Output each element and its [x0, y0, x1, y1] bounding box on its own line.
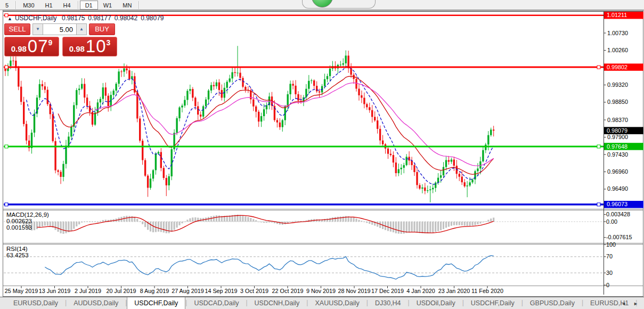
candle-body — [292, 84, 294, 85]
candle-body — [297, 94, 299, 101]
macd-histogram-bar — [295, 221, 296, 222]
date-label: 20 Jul 2019 — [107, 288, 136, 294]
candle-body — [205, 100, 207, 107]
macd-histogram-bar — [461, 222, 463, 225]
candle-body — [395, 162, 397, 173]
hline-handle-left[interactable] — [5, 203, 8, 206]
sell-price-big: 07 — [28, 38, 48, 54]
macd-histogram-bar — [371, 222, 373, 225]
macd-histogram-bar — [350, 217, 352, 222]
candle-body — [34, 113, 35, 133]
macd-histogram-bar — [471, 222, 473, 226]
candle-body — [10, 61, 11, 66]
toggle-pill[interactable] — [302, 0, 376, 9]
candle-body — [459, 174, 460, 176]
buy-price-box[interactable]: 0.98 10 3 — [62, 37, 117, 56]
candle-body — [120, 71, 122, 72]
macd-histogram-bar — [361, 221, 362, 222]
candle-body — [60, 172, 61, 177]
candle-body — [466, 185, 468, 186]
candle-body — [379, 129, 381, 141]
date-label: 13 Jun 2019 — [39, 288, 70, 294]
chart-tab-AUDUSD-Daily[interactable]: AUDUSD,Daily — [67, 297, 125, 309]
chart-tab-USDOil-Daily[interactable]: USDOil,Daily — [410, 297, 462, 309]
candle-body — [311, 80, 312, 81]
macd-histogram-bar — [477, 222, 478, 224]
candle-body — [295, 86, 296, 94]
macd-histogram-bar — [152, 222, 154, 232]
macd-histogram-bar — [448, 222, 450, 227]
candle-body — [226, 82, 228, 88]
toolbar-divider — [78, 1, 78, 9]
candle-body — [393, 155, 394, 162]
volume-decrease-icon[interactable]: ▼ — [32, 23, 43, 35]
macd-histogram-bar — [451, 222, 452, 226]
candle-body — [487, 135, 489, 145]
timeframe-button-W1[interactable]: W1 — [98, 1, 118, 10]
candle-body — [390, 154, 392, 155]
candle-body — [329, 69, 331, 76]
candle-body — [42, 84, 43, 86]
sell-button[interactable]: SELL — [4, 23, 30, 35]
candle-body — [485, 144, 486, 150]
macd-histogram-bar — [327, 218, 328, 222]
macd-histogram-bar — [258, 222, 259, 222]
timeframe-button-H1[interactable]: H1 — [40, 1, 58, 10]
macd-histogram-bar — [73, 222, 75, 229]
sell-price-box[interactable]: 0.98 07 9 — [4, 37, 59, 56]
candle-body — [160, 152, 162, 168]
macd-histogram-bar — [377, 222, 378, 227]
macd-histogram-bar — [255, 220, 257, 222]
chart-tab-XAUUSD-Daily[interactable]: XAUUSD,Daily — [308, 297, 366, 309]
chart-tab-USDCNH-Daily[interactable]: USDCNH,Daily — [248, 297, 307, 309]
candle-body — [76, 90, 77, 105]
chart-tab-USDCHF-Daily[interactable]: USDCHF,Daily — [127, 297, 185, 309]
hline-handle-right[interactable] — [597, 145, 600, 148]
macd-histogram-bar — [329, 218, 331, 222]
macd-indicator-label: MACD(12,26,9) 0.002623 0.001593 — [6, 212, 49, 231]
price-tick-label: 1.00730 — [607, 30, 628, 36]
candle-body — [471, 180, 473, 182]
hline-handle-left[interactable] — [5, 145, 8, 148]
macd-histogram-bar — [290, 222, 291, 222]
candle-body — [369, 107, 370, 110]
hline-handle-left[interactable] — [5, 66, 8, 69]
candle-body — [316, 86, 317, 91]
volume-increase-icon[interactable]: ▲ — [76, 23, 87, 35]
macd-histogram-bar — [379, 222, 381, 228]
chart-title: ▲USDCHF,Daily 0.981750.981770.980420.980… — [7, 14, 164, 22]
timeframe-button-D1[interactable]: D1 — [80, 1, 98, 10]
tab-scroll-right-icon[interactable]: ► — [630, 300, 642, 307]
candle-body — [263, 109, 265, 116]
chart-tab-EURUSD-Daily[interactable]: EURUSD,Daily — [6, 297, 65, 309]
chart-tab-GBPUSD-Daily[interactable]: GBPUSD,Daily — [523, 297, 582, 309]
timeframe-button-5[interactable]: 5 — [0, 1, 14, 10]
candle-body — [239, 73, 241, 78]
volume-input[interactable] — [43, 23, 76, 35]
tab-scroll-left-icon[interactable]: ◄ — [617, 300, 630, 307]
timeframe-button-M30[interactable]: M30 — [18, 1, 39, 10]
buy-button[interactable]: BUY — [89, 23, 115, 35]
macd-histogram-bar — [70, 222, 72, 231]
hline-handle-right[interactable] — [597, 66, 600, 69]
candle-body — [218, 83, 220, 90]
candle-body — [445, 160, 447, 167]
candle-body — [319, 92, 320, 93]
candle-body — [184, 100, 185, 106]
macd-histogram-bar — [432, 222, 434, 233]
macd-histogram-bar — [50, 222, 51, 226]
candle-body — [237, 73, 238, 74]
macd-histogram-bar — [419, 222, 420, 233]
chart-tab-USDCAD-Daily[interactable]: USDCAD,Daily — [187, 297, 246, 309]
timeframe-button-H4[interactable]: H4 — [58, 1, 76, 10]
hline-handle-right[interactable] — [597, 203, 600, 206]
candle-body — [432, 188, 434, 190]
price-flag-label: 1.01211 — [607, 12, 627, 18]
candle-body — [421, 188, 423, 189]
ohlc-low: 0.98042 — [115, 14, 137, 22]
candle-body — [86, 97, 88, 105]
chart-tab-USDCHF-Daily[interactable]: USDCHF,Daily — [464, 297, 521, 309]
timeframe-button-MN[interactable]: MN — [117, 1, 137, 10]
chart-tab-DJ30-H4[interactable]: DJ30,H4 — [368, 297, 408, 309]
candle-body — [192, 89, 193, 97]
